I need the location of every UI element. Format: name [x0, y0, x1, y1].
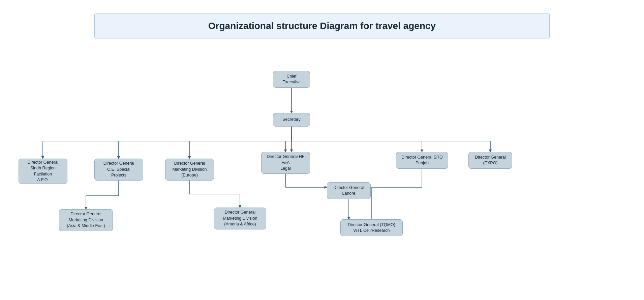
node-dg-lahore: Director General Lahore — [327, 182, 371, 199]
node-dg-sro-punjab: Director General SRO Punjab — [396, 152, 448, 169]
node-dg-sindh: Director General Sindh Region Facilation… — [19, 159, 67, 184]
node-chief-executive: Chief Executive — [273, 71, 310, 88]
connector-lines — [0, 0, 644, 300]
node-dg-africa: Director General Marketing Division (Ame… — [214, 208, 266, 229]
title-text: Organizational structure Diagram for tra… — [98, 21, 546, 31]
node-dg-asia: Director General Marketing Division (Asi… — [59, 209, 113, 231]
node-secretary: Secretary — [273, 113, 310, 127]
node-dg-marketing-europe: Director General Marketing Division (Eur… — [165, 159, 214, 181]
node-dg-hf: Director General HF F&A Legal — [261, 152, 310, 174]
node-dg-tqmo: Director General (TQMO) WTL Cell/Researc… — [340, 219, 403, 236]
node-dg-expo: Director General (EXPO) — [468, 152, 512, 169]
page-title: Organizational structure Diagram for tra… — [94, 13, 550, 38]
node-dg-ce-special: Director General C.E. Special Projects — [94, 159, 143, 181]
